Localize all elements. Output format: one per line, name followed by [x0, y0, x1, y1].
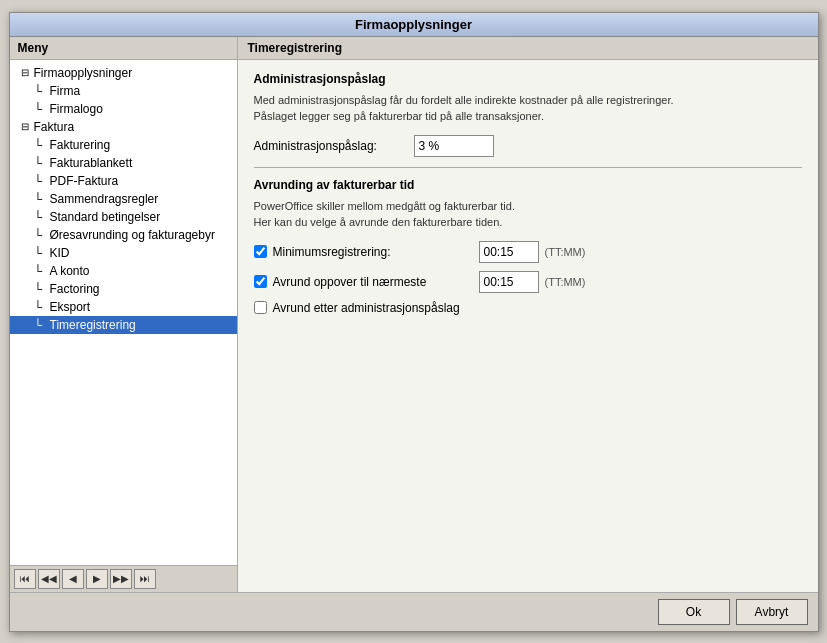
- nav-next-next-button[interactable]: ▶▶: [110, 569, 132, 589]
- dialog: Firmaopplysninger Meny ⊟ Firmaopplysning…: [9, 12, 819, 632]
- sidebar-item-factoring[interactable]: └ Factoring: [10, 280, 237, 298]
- avrund-etter-checkbox[interactable]: [254, 301, 267, 314]
- title-bar: Firmaopplysninger: [10, 13, 818, 37]
- sidebar-item-a-konto[interactable]: └ A konto: [10, 262, 237, 280]
- sidebar-item-oresavrunding[interactable]: └ Øresavrunding og fakturagebyr: [10, 226, 237, 244]
- checkbox-row-2: Avrund oppover til nærmeste (TT:MM): [254, 271, 802, 293]
- sidebar-item-firmaopplysninger[interactable]: ⊟ Firmaopplysninger: [10, 64, 237, 82]
- avrund-oppover-input[interactable]: [479, 271, 539, 293]
- tree-line: └: [34, 318, 48, 332]
- sidebar-item-fakturering[interactable]: └ Fakturering: [10, 136, 237, 154]
- section-divider: [254, 167, 802, 168]
- sidebar-item-firmalogo[interactable]: └ Firmalogo: [10, 100, 237, 118]
- sidebar-content: ⊟ Firmaopplysninger └ Firma └ Firmalogo: [10, 60, 237, 565]
- checkbox-row-1: Minimumsregistrering: (TT:MM): [254, 241, 802, 263]
- dialog-title: Firmaopplysninger: [355, 17, 472, 32]
- tree-line: └: [34, 84, 48, 98]
- content-header: Timeregistrering: [238, 37, 818, 60]
- footer: Ok Avbryt: [10, 592, 818, 631]
- main-area: Meny ⊟ Firmaopplysninger └ Firma: [10, 37, 818, 592]
- minimumsregistrering-format: (TT:MM): [545, 246, 586, 258]
- ok-button[interactable]: Ok: [658, 599, 730, 625]
- expand-icon: ⊟: [18, 66, 32, 80]
- tree-line: └: [34, 228, 48, 242]
- minimumsregistrering-checkbox[interactable]: [254, 245, 267, 258]
- sidebar-item-label: Factoring: [50, 282, 100, 296]
- section2-title: Avrunding av fakturerbar tid: [254, 178, 802, 192]
- avrund-oppover-format: (TT:MM): [545, 276, 586, 288]
- expand-icon: ⊟: [18, 120, 32, 134]
- tree-line: └: [34, 192, 48, 206]
- sidebar-item-label: Firmaopplysninger: [34, 66, 133, 80]
- nav-last-button[interactable]: ⏭: [134, 569, 156, 589]
- content-area: Timeregistrering Administrasjonspåslag M…: [238, 37, 818, 592]
- sidebar-item-firma[interactable]: └ Firma: [10, 82, 237, 100]
- admin-input[interactable]: [414, 135, 494, 157]
- sidebar-item-label: Fakturablankett: [50, 156, 133, 170]
- tree-line: └: [34, 156, 48, 170]
- sidebar-item-label: Sammendragsregler: [50, 192, 159, 206]
- nav-first-button[interactable]: ⏮: [14, 569, 36, 589]
- sidebar-item-standard-betingelser[interactable]: └ Standard betingelser: [10, 208, 237, 226]
- sidebar-item-label: KID: [50, 246, 70, 260]
- sidebar-item-sammendragsregler[interactable]: └ Sammendragsregler: [10, 190, 237, 208]
- nav-prev-prev-button[interactable]: ◀◀: [38, 569, 60, 589]
- admin-label: Administrasjonspåslag:: [254, 139, 414, 153]
- sidebar-item-label: Fakturering: [50, 138, 111, 152]
- tree-line: └: [34, 102, 48, 116]
- sidebar-item-kid[interactable]: └ KID: [10, 244, 237, 262]
- section1-title: Administrasjonspåslag: [254, 72, 802, 86]
- sidebar-item-label: Faktura: [34, 120, 75, 134]
- nav-next-button[interactable]: ▶: [86, 569, 108, 589]
- sidebar-item-label: PDF-Faktura: [50, 174, 119, 188]
- cancel-button[interactable]: Avbryt: [736, 599, 808, 625]
- tree-line: └: [34, 246, 48, 260]
- avrund-oppover-label: Avrund oppover til nærmeste: [273, 275, 473, 289]
- avrund-etter-label: Avrund etter administrasjonspåslag: [273, 301, 460, 315]
- checkbox-row-3: Avrund etter administrasjonspåslag: [254, 301, 802, 315]
- avrund-oppover-checkbox[interactable]: [254, 275, 267, 288]
- section1-desc1: Med administrasjonspåslag får du fordelt…: [254, 92, 802, 125]
- minimumsregistrering-input[interactable]: [479, 241, 539, 263]
- sidebar-item-label: Eksport: [50, 300, 91, 314]
- admin-form-row: Administrasjonspåslag:: [254, 135, 802, 157]
- section2-desc: PowerOffice skiller mellom medgått og fa…: [254, 198, 802, 231]
- sidebar-item-label: Firmalogo: [50, 102, 103, 116]
- tree-line: └: [34, 282, 48, 296]
- sidebar-item-faktura[interactable]: ⊟ Faktura: [10, 118, 237, 136]
- sidebar-item-label: Standard betingelser: [50, 210, 161, 224]
- nav-prev-button[interactable]: ◀: [62, 569, 84, 589]
- tree-line: └: [34, 138, 48, 152]
- tree-line: └: [34, 174, 48, 188]
- tree-line: └: [34, 210, 48, 224]
- sidebar-item-timeregistrering[interactable]: └ Timeregistrering: [10, 316, 237, 334]
- sidebar-item-label: A konto: [50, 264, 90, 278]
- tree-line: └: [34, 264, 48, 278]
- sidebar-nav: ⏮ ◀◀ ◀ ▶ ▶▶ ⏭: [10, 565, 237, 592]
- minimumsregistrering-label: Minimumsregistrering:: [273, 245, 473, 259]
- sidebar-item-label: Timeregistrering: [50, 318, 136, 332]
- sidebar-item-fakturablankett[interactable]: └ Fakturablankett: [10, 154, 237, 172]
- sidebar-item-eksport[interactable]: └ Eksport: [10, 298, 237, 316]
- sidebar-header: Meny: [10, 37, 237, 60]
- sidebar: Meny ⊟ Firmaopplysninger └ Firma: [10, 37, 238, 592]
- sidebar-item-label: Øresavrunding og fakturagebyr: [50, 228, 215, 242]
- content-body: Administrasjonspåslag Med administrasjon…: [238, 60, 818, 592]
- tree-line: └: [34, 300, 48, 314]
- sidebar-item-pdf-faktura[interactable]: └ PDF-Faktura: [10, 172, 237, 190]
- sidebar-item-label: Firma: [50, 84, 81, 98]
